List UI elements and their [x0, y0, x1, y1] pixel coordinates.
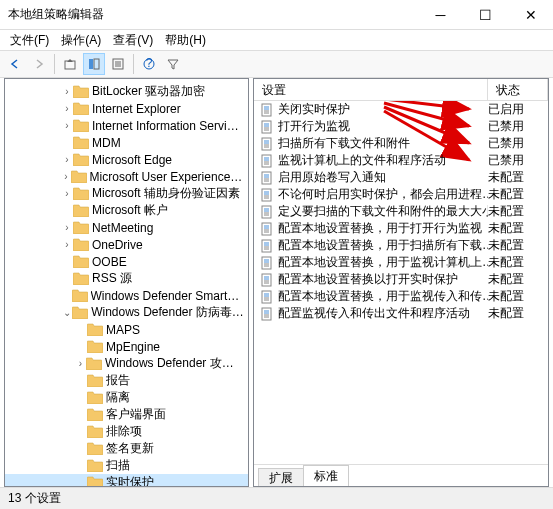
- setting-state: 未配置: [488, 305, 548, 322]
- list-row[interactable]: 不论何时启用实时保护，都会启用进程…未配置: [254, 186, 548, 203]
- list-row[interactable]: 定义要扫描的下载文件和附件的最大大小…未配置: [254, 203, 548, 220]
- expand-icon[interactable]: ›: [61, 222, 73, 233]
- setting-state: 未配置: [488, 186, 548, 203]
- tree-item[interactable]: ›OneDrive: [5, 236, 248, 253]
- tree-item-label: OOBE: [92, 255, 127, 269]
- tree-item[interactable]: 实时保护: [5, 474, 248, 486]
- expand-icon[interactable]: ›: [61, 86, 73, 97]
- collapse-icon[interactable]: ⌄: [61, 307, 72, 318]
- tree-item-label: Microsoft Edge: [92, 153, 172, 167]
- folder-icon: [71, 170, 87, 183]
- list-row[interactable]: 配置本地设置替换，用于打开行为监视未配置: [254, 220, 548, 237]
- folder-icon: [72, 306, 88, 319]
- expand-icon[interactable]: ›: [61, 171, 71, 182]
- list-row[interactable]: 监视计算机上的文件和程序活动已禁用: [254, 152, 548, 169]
- list-row[interactable]: 配置本地设置替换以打开实时保护未配置: [254, 271, 548, 288]
- column-state[interactable]: 状态: [488, 79, 548, 100]
- show-hide-tree-button[interactable]: [83, 53, 105, 75]
- setting-state: 已禁用: [488, 135, 548, 152]
- folder-icon: [73, 221, 89, 234]
- tree-item[interactable]: 报告: [5, 372, 248, 389]
- tree-item-label: 排除项: [106, 423, 142, 440]
- tree-item[interactable]: 排除项: [5, 423, 248, 440]
- tree-item[interactable]: 隔离: [5, 389, 248, 406]
- forward-button[interactable]: [28, 53, 50, 75]
- menu-file[interactable]: 文件(F): [6, 30, 53, 51]
- close-button[interactable]: ✕: [508, 0, 553, 29]
- list-row[interactable]: 关闭实时保护已启用: [254, 101, 548, 118]
- settings-list[interactable]: 关闭实时保护已启用打开行为监视已禁用扫描所有下载文件和附件已禁用监视计算机上的文…: [254, 101, 548, 464]
- minimize-button[interactable]: ─: [418, 0, 463, 29]
- expand-icon[interactable]: ›: [61, 103, 73, 114]
- expand-icon[interactable]: ›: [61, 154, 73, 165]
- setting-state: 未配置: [488, 220, 548, 237]
- window-title: 本地组策略编辑器: [8, 6, 418, 23]
- expand-icon[interactable]: ›: [75, 358, 86, 369]
- menu-view[interactable]: 查看(V): [109, 30, 157, 51]
- up-button[interactable]: [59, 53, 81, 75]
- tree-item[interactable]: ›Windows Defender 攻击防护: [5, 355, 248, 372]
- tab-extended[interactable]: 扩展: [258, 468, 304, 487]
- svg-rect-13: [262, 104, 271, 116]
- list-header: 设置 状态: [254, 79, 548, 101]
- list-row[interactable]: 打开行为监视已禁用: [254, 118, 548, 135]
- column-setting[interactable]: 设置: [254, 79, 488, 100]
- folder-icon: [87, 391, 103, 404]
- tree-item[interactable]: OOBE: [5, 253, 248, 270]
- setting-state: 已启用: [488, 101, 548, 118]
- list-pane: 设置 状态 关闭实时保护已启用打开行为监视已禁用扫描所有下载文件和附件已禁用监视…: [253, 78, 549, 487]
- tab-standard[interactable]: 标准: [303, 465, 349, 487]
- status-text: 13 个设置: [8, 490, 61, 507]
- folder-icon: [73, 153, 89, 166]
- policy-tree[interactable]: ›BitLocker 驱动器加密›Internet Explorer›Inter…: [5, 79, 248, 486]
- list-row[interactable]: 配置本地设置替换，用于监视传入和传…未配置: [254, 288, 548, 305]
- list-row[interactable]: 配置监视传入和传出文件和程序活动未配置: [254, 305, 548, 322]
- expand-icon[interactable]: ›: [61, 239, 73, 250]
- menu-action[interactable]: 操作(A): [57, 30, 105, 51]
- tree-item[interactable]: Windows Defender SmartScreen: [5, 287, 248, 304]
- svg-rect-33: [262, 172, 271, 184]
- tree-item[interactable]: Microsoft 帐户: [5, 202, 248, 219]
- expand-icon[interactable]: ›: [61, 188, 73, 199]
- tree-item[interactable]: ›BitLocker 驱动器加密: [5, 83, 248, 100]
- list-row[interactable]: 配置本地设置替换，用于监视计算机上…未配置: [254, 254, 548, 271]
- menu-help[interactable]: 帮助(H): [161, 30, 210, 51]
- list-row[interactable]: 扫描所有下载文件和附件已禁用: [254, 135, 548, 152]
- tree-item[interactable]: ›Microsoft User Experience Virtualiza: [5, 168, 248, 185]
- tree-item[interactable]: ⌄Windows Defender 防病毒程序: [5, 304, 248, 321]
- properties-button[interactable]: [107, 53, 129, 75]
- setting-label: 监视计算机上的文件和程序活动: [278, 152, 446, 169]
- tree-item[interactable]: ›NetMeeting: [5, 219, 248, 236]
- list-row[interactable]: 配置本地设置替换，用于扫描所有下载…未配置: [254, 237, 548, 254]
- policy-item-icon: [260, 222, 274, 236]
- tree-item[interactable]: ›Internet Information Services: [5, 117, 248, 134]
- setting-label: 配置本地设置替换，用于监视传入和传…: [278, 288, 488, 305]
- expand-icon[interactable]: ›: [61, 120, 73, 131]
- tree-item[interactable]: MDM: [5, 134, 248, 151]
- help-button[interactable]: ?: [138, 53, 160, 75]
- folder-icon: [73, 102, 89, 115]
- back-button[interactable]: [4, 53, 26, 75]
- tree-item[interactable]: ›Microsoft 辅助身份验证因素: [5, 185, 248, 202]
- maximize-button[interactable]: ☐: [463, 0, 508, 29]
- folder-icon: [87, 442, 103, 455]
- tree-item[interactable]: RSS 源: [5, 270, 248, 287]
- setting-state: 已禁用: [488, 118, 548, 135]
- tree-item-label: BitLocker 驱动器加密: [92, 83, 205, 100]
- tree-item[interactable]: 签名更新: [5, 440, 248, 457]
- list-row[interactable]: 启用原始卷写入通知未配置: [254, 169, 548, 186]
- tree-item[interactable]: ›Internet Explorer: [5, 100, 248, 117]
- policy-item-icon: [260, 137, 274, 151]
- tree-item[interactable]: ›Microsoft Edge: [5, 151, 248, 168]
- svg-rect-48: [262, 223, 271, 235]
- tree-item[interactable]: MAPS: [5, 321, 248, 338]
- tree-item-label: 客户端界面: [106, 406, 166, 423]
- title-bar: 本地组策略编辑器 ─ ☐ ✕: [0, 0, 553, 30]
- tree-item[interactable]: 客户端界面: [5, 406, 248, 423]
- tree-item[interactable]: MpEngine: [5, 338, 248, 355]
- tree-item-label: 扫描: [106, 457, 130, 474]
- filter-button[interactable]: [162, 53, 184, 75]
- tree-item[interactable]: 扫描: [5, 457, 248, 474]
- svg-rect-63: [262, 274, 271, 286]
- folder-icon: [73, 136, 89, 149]
